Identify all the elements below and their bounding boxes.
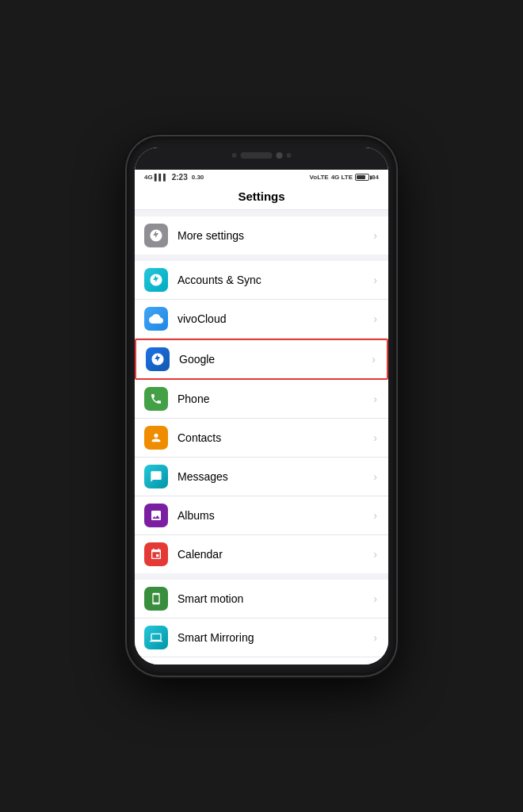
smart-mirroring-label: Smart Mirroring (178, 631, 373, 644)
settings-list[interactable]: More settings › Accounts & Sync › (135, 210, 388, 665)
section-more: More settings › (135, 216, 388, 255)
status-left: 4G ▌▌▌ 2:23 0.30 (144, 173, 204, 182)
messages-label: Messages (178, 470, 373, 483)
signal-bars: ▌▌▌ (155, 174, 168, 181)
settings-item-smart-motion[interactable]: Smart motion › (135, 580, 388, 619)
lte: 4G LTE (331, 174, 353, 181)
time: 2:23 (172, 173, 188, 182)
vivocloud-label: vivoCloud (178, 312, 373, 325)
albums-label: Albums (178, 509, 373, 522)
smart-motion-label: Smart motion (178, 592, 373, 605)
phone-label: Phone (178, 393, 373, 405)
vivocloud-icon (144, 307, 168, 331)
google-chevron: › (372, 353, 376, 366)
calendar-icon (144, 542, 168, 566)
accounts-sync-chevron: › (373, 274, 377, 286)
section-smart: Smart motion › Smart Mirroring › (135, 580, 388, 665)
settings-item-more-settings[interactable]: More settings › (135, 216, 388, 255)
more-settings-label: More settings (178, 229, 373, 242)
settings-item-albums[interactable]: Albums › (135, 496, 388, 535)
volte: VoLTE (310, 174, 329, 181)
smart-motion-icon (144, 587, 168, 611)
smart-motion-chevron: › (373, 592, 377, 605)
section-accounts: Accounts & Sync › vivoCloud › (135, 261, 388, 573)
settings-item-vivocloud[interactable]: vivoCloud › (135, 300, 388, 339)
settings-item-smart-split[interactable]: Smart Split › (135, 657, 388, 665)
accounts-sync-icon (144, 268, 168, 292)
smart-mirroring-icon (144, 626, 168, 649)
carrier: 4G (144, 174, 153, 181)
messages-icon (144, 465, 168, 488)
albums-chevron: › (373, 509, 377, 522)
battery-fill (357, 175, 365, 179)
phone-icon (144, 387, 168, 411)
phone-device: 4G ▌▌▌ 2:23 0.30 VoLTE 4G LTE 84 Setting… (127, 136, 396, 676)
contacts-icon (144, 426, 168, 450)
notch-bar (135, 147, 388, 170)
settings-item-google[interactable]: Google › (135, 339, 388, 380)
messages-chevron: › (373, 470, 377, 483)
settings-item-messages[interactable]: Messages › (135, 458, 388, 496)
contacts-label: Contacts (178, 431, 373, 444)
battery-percent: 84 (372, 174, 379, 181)
google-icon (146, 347, 170, 371)
smart-mirroring-chevron: › (373, 631, 377, 644)
more-settings-chevron: › (373, 229, 377, 242)
settings-item-contacts[interactable]: Contacts › (135, 419, 388, 458)
settings-item-phone[interactable]: Phone › (135, 380, 388, 419)
notch-sensors (232, 147, 292, 159)
camera-dot (277, 152, 283, 159)
phone-chevron: › (373, 393, 377, 405)
contacts-chevron: › (373, 431, 377, 444)
settings-item-accounts-sync[interactable]: Accounts & Sync › (135, 261, 388, 300)
sensor-dot-2 (287, 153, 292, 158)
vivocloud-chevron: › (373, 312, 377, 325)
albums-icon (144, 504, 168, 527)
notch-pill (241, 152, 273, 159)
google-label: Google (179, 353, 372, 366)
accounts-sync-label: Accounts & Sync (178, 274, 373, 286)
status-bar: 4G ▌▌▌ 2:23 0.30 VoLTE 4G LTE 84 (135, 170, 388, 183)
status-right: VoLTE 4G LTE 84 (310, 174, 379, 181)
more-settings-icon (144, 224, 168, 247)
settings-item-calendar[interactable]: Calendar › (135, 535, 388, 573)
calendar-label: Calendar (178, 548, 373, 561)
data-speed: 0.30 (192, 174, 204, 181)
settings-item-smart-mirroring[interactable]: Smart Mirroring › (135, 619, 388, 657)
page-title: Settings (135, 183, 388, 210)
battery-icon (355, 174, 369, 181)
sensor-dot (232, 153, 237, 158)
calendar-chevron: › (373, 548, 377, 561)
phone-screen: 4G ▌▌▌ 2:23 0.30 VoLTE 4G LTE 84 Setting… (135, 147, 388, 665)
